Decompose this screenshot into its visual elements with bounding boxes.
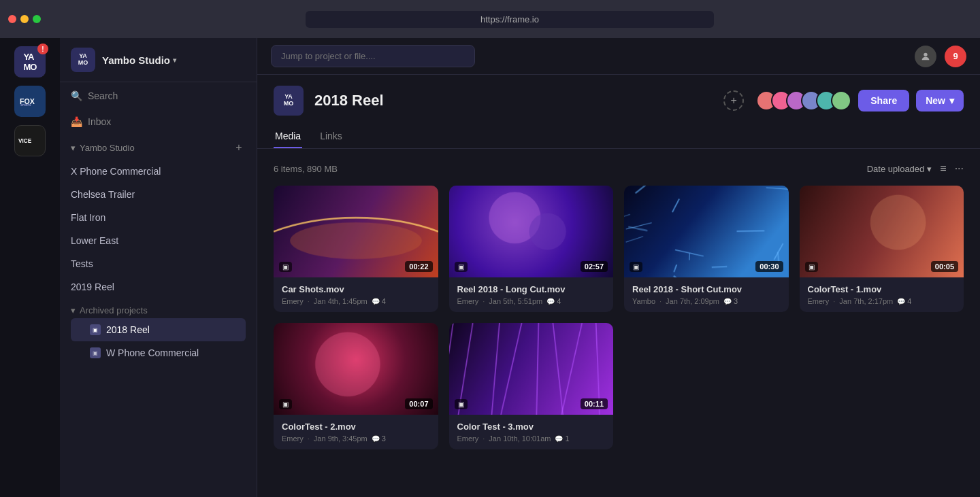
card-title-5: Color Test - 3.mov [457, 422, 606, 432]
card-date-3: Jan 7th, 2:17pm [839, 297, 893, 305]
minimize-dot[interactable] [20, 15, 29, 23]
items-info: 6 items, 890 MB [274, 164, 338, 174]
media-duration-4: 00:07 [405, 398, 432, 409]
comment-number-1: 4 [557, 297, 561, 305]
card-date-4: Jan 9th, 3:45pm [314, 434, 368, 443]
archived-item-wphone[interactable]: ▣ W Phone Commercial [71, 341, 246, 364]
media-type-icon-3: ▣ [805, 262, 818, 272]
comment-icon-2: 💬 [723, 298, 732, 305]
card-author-4: Emery [282, 434, 304, 443]
sort-button[interactable]: Date uploaded ▾ [867, 164, 932, 174]
comment-icon-0: 💬 [372, 298, 380, 305]
list-view-button[interactable]: ≡ [940, 162, 946, 175]
inbox-icon: 📥 [71, 116, 82, 127]
comment-count-5: 💬1 [555, 434, 569, 443]
tabs-row: Media Links [274, 125, 964, 148]
card-title-0: Car Shots.mov [282, 284, 430, 294]
archived-item-2018reel[interactable]: ▣ 2018 Reel [71, 318, 246, 341]
search-icon: 🔍 [71, 90, 82, 101]
section-header: ▾ Yambo Studio + [71, 141, 246, 154]
media-type-icon-5: ▣ [455, 399, 468, 409]
project-actions: + Share New ▾ [723, 90, 964, 112]
card-meta-5: Emery·Jan 10th, 10:01am💬1 [457, 434, 606, 443]
sort-chevron-icon: ▾ [927, 164, 932, 174]
project-item-tests[interactable]: Tests [63, 252, 254, 275]
project-title-row: YAMO 2018 Reel + Share New [274, 86, 964, 116]
card-author-2: Yambo [632, 297, 655, 305]
main-area: 9 YAMO 2018 Reel + [257, 38, 980, 497]
card-meta-1: Emery·Jan 5th, 5:51pm💬4 [457, 297, 606, 305]
thumbnail-wrap-0: ▣00:22 [274, 186, 438, 277]
workspace-badge: ! [37, 44, 48, 54]
card-author-3: Emery [808, 297, 830, 305]
card-info-4: ColorTest - 2.movEmery·Jan 9th, 3:45pm💬3 [274, 415, 438, 449]
comment-number-2: 3 [734, 297, 738, 305]
file-icon: ▣ [90, 324, 101, 335]
sidebar-search[interactable]: 🔍 Search [60, 82, 257, 109]
icon-rail: YAMO ! FOX SPORTS VICE [0, 38, 60, 497]
add-project-button[interactable]: + [232, 141, 246, 154]
card-date-0: Jan 4th, 1:45pm [314, 297, 368, 305]
card-author-0: Emery [282, 297, 304, 305]
media-duration-2: 00:30 [755, 261, 783, 272]
card-date-2: Jan 7th, 2:09pm [666, 297, 719, 305]
top-bar-right: 9 [915, 46, 966, 67]
card-info-0: Car Shots.movEmery·Jan 4th, 1:45pm💬4 [274, 277, 438, 312]
card-date-5: Jan 10th, 10:01am [489, 434, 551, 443]
new-chevron-icon: ▾ [949, 95, 954, 106]
project-item-flatiron[interactable]: Flat Iron [63, 206, 254, 229]
media-type-icon-1: ▣ [455, 262, 468, 272]
media-card-0[interactable]: ▣00:22Car Shots.movEmery·Jan 4th, 1:45pm… [274, 186, 438, 312]
close-dot[interactable] [8, 15, 16, 23]
workspace-title[interactable]: Yambo Studio ▾ [102, 54, 176, 66]
media-card-3[interactable]: ▣00:05ColorTest - 1.movEmery·Jan 7th, 2:… [800, 186, 964, 312]
sidebar-header: YAMO Yambo Studio ▾ [60, 38, 257, 82]
notification-badge[interactable]: 9 [945, 46, 966, 67]
project-item-2019reel[interactable]: 2019 Reel [63, 275, 254, 298]
add-collaborator-button[interactable]: + [723, 90, 744, 111]
svg-point-3 [924, 52, 927, 56]
media-card-5[interactable]: ▣00:11Color Test - 3.movEmery·Jan 10th, … [449, 323, 614, 449]
card-title-2: Reel 2018 - Short Cut.mov [632, 284, 781, 294]
media-card-1[interactable]: ▣02:57Reel 2018 - Long Cut.movEmery·Jan … [449, 186, 614, 312]
projects-section: ▾ Yambo Studio + [60, 134, 257, 160]
thumbnail-wrap-4: ▣00:07 [274, 323, 438, 415]
thumbnail-wrap-3: ▣00:05 [800, 186, 964, 277]
media-duration-1: 02:57 [581, 261, 608, 272]
archived-toggle[interactable]: ▾ Archived projects [71, 303, 246, 318]
comment-icon-1: 💬 [546, 298, 555, 305]
collaborators-avatars [756, 90, 851, 111]
more-options-button[interactable]: ··· [955, 162, 964, 175]
project-item-xphone[interactable]: X Phone Commercial [63, 160, 254, 183]
media-card-4[interactable]: ▣00:07ColorTest - 2.movEmery·Jan 9th, 3:… [274, 323, 438, 449]
user-profile-button[interactable] [915, 46, 936, 67]
comment-count-0: 💬4 [372, 297, 386, 305]
project-item-chelsea[interactable]: Chelsea Trailer [63, 183, 254, 206]
url-bar[interactable]: https://frame.io [306, 11, 714, 28]
vice-channel-icon[interactable]: VICE [14, 125, 46, 156]
tab-media[interactable]: Media [274, 125, 302, 148]
share-button[interactable]: Share [858, 90, 909, 112]
card-author-1: Emery [457, 297, 479, 305]
sidebar: YAMO Yambo Studio ▾ 🔍 Search 📥 Inbox ▾ Y… [60, 38, 257, 497]
media-grid: ▣00:22Car Shots.movEmery·Jan 4th, 1:45pm… [274, 186, 964, 449]
file-icon: ▣ [90, 347, 101, 358]
avatar-6 [831, 90, 851, 111]
sidebar-inbox[interactable]: 📥 Inbox [60, 109, 257, 134]
archived-chevron-icon: ▾ [71, 305, 76, 315]
comment-icon-3: 💬 [897, 298, 905, 305]
tab-links[interactable]: Links [318, 125, 344, 148]
project-item-lowereast[interactable]: Lower East [63, 229, 254, 252]
jump-input[interactable] [271, 45, 475, 67]
fox-channel-icon[interactable]: FOX SPORTS [14, 86, 46, 117]
card-date-1: Jan 5th, 5:51pm [489, 297, 542, 305]
app-container: YAMO ! FOX SPORTS VICE YAMO [0, 38, 980, 497]
card-meta-2: Yambo·Jan 7th, 2:09pm💬3 [632, 297, 781, 305]
media-card-2[interactable]: ▣00:30Reel 2018 - Short Cut.movYambo·Jan… [624, 186, 789, 312]
maximize-dot[interactable] [33, 15, 41, 23]
new-button[interactable]: New ▾ [916, 90, 964, 112]
workspace-icon[interactable]: YAMO ! [14, 46, 46, 78]
archived-section: ▾ Archived projects ▣ 2018 Reel ▣ W Phon… [60, 298, 257, 367]
card-info-1: Reel 2018 - Long Cut.movEmery·Jan 5th, 5… [449, 277, 614, 312]
media-duration-0: 00:22 [405, 261, 432, 272]
